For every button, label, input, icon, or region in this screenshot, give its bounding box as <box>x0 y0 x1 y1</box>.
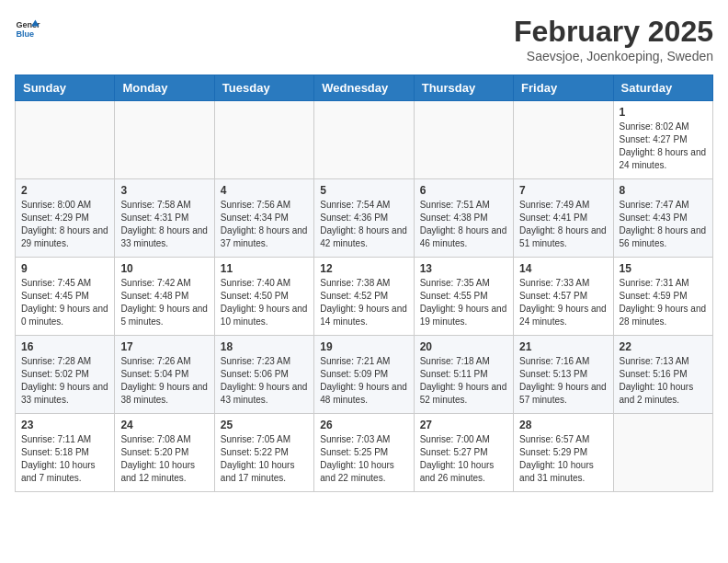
calendar-cell: 8Sunrise: 7:47 AM Sunset: 4:43 PM Daylig… <box>613 179 712 258</box>
calendar-cell: 25Sunrise: 7:05 AM Sunset: 5:22 PM Dayli… <box>214 414 313 492</box>
calendar-cell: 12Sunrise: 7:38 AM Sunset: 4:52 PM Dayli… <box>314 258 414 336</box>
day-number: 19 <box>320 340 407 353</box>
calendar-cell: 4Sunrise: 7:56 AM Sunset: 4:34 PM Daylig… <box>214 179 313 258</box>
day-info: Sunrise: 7:26 AM Sunset: 5:04 PM Dayligh… <box>120 355 208 407</box>
day-number: 26 <box>320 419 407 431</box>
day-info: Sunrise: 6:57 AM Sunset: 5:29 PM Dayligh… <box>519 433 607 485</box>
calendar-cell <box>115 101 214 179</box>
page-header: General Blue February 2025 Saevsjoe, Joe… <box>15 15 713 63</box>
day-info: Sunrise: 7:28 AM Sunset: 5:02 PM Dayligh… <box>21 355 108 407</box>
day-number: 23 <box>21 419 108 431</box>
calendar-cell: 16Sunrise: 7:28 AM Sunset: 5:02 PM Dayli… <box>16 336 115 414</box>
day-number: 17 <box>120 340 208 353</box>
day-info: Sunrise: 7:49 AM Sunset: 4:41 PM Dayligh… <box>519 199 607 250</box>
day-number: 7 <box>519 184 607 197</box>
calendar-cell: 10Sunrise: 7:42 AM Sunset: 4:48 PM Dayli… <box>115 258 214 336</box>
day-info: Sunrise: 7:16 AM Sunset: 5:13 PM Dayligh… <box>519 355 607 407</box>
calendar-cell: 21Sunrise: 7:16 AM Sunset: 5:13 PM Dayli… <box>514 336 613 414</box>
header-wednesday: Wednesday <box>314 75 414 101</box>
day-info: Sunrise: 7:18 AM Sunset: 5:11 PM Dayligh… <box>420 355 507 407</box>
calendar-cell: 22Sunrise: 7:13 AM Sunset: 5:16 PM Dayli… <box>613 336 712 414</box>
day-info: Sunrise: 7:00 AM Sunset: 5:27 PM Dayligh… <box>420 433 507 485</box>
day-number: 10 <box>120 262 208 275</box>
day-number: 3 <box>120 184 208 197</box>
svg-text:Blue: Blue <box>16 29 34 39</box>
calendar-cell: 19Sunrise: 7:21 AM Sunset: 5:09 PM Dayli… <box>314 336 414 414</box>
logo: General Blue <box>15 15 40 40</box>
header-saturday: Saturday <box>613 75 712 101</box>
week-row-1: 1Sunrise: 8:02 AM Sunset: 4:27 PM Daylig… <box>16 101 713 179</box>
header-thursday: Thursday <box>414 75 513 101</box>
day-info: Sunrise: 7:58 AM Sunset: 4:31 PM Dayligh… <box>120 199 208 250</box>
day-info: Sunrise: 7:31 AM Sunset: 4:59 PM Dayligh… <box>620 277 707 328</box>
calendar-cell: 14Sunrise: 7:33 AM Sunset: 4:57 PM Dayli… <box>514 258 613 336</box>
header-monday: Monday <box>115 75 214 101</box>
day-number: 24 <box>120 419 208 431</box>
day-number: 27 <box>420 419 507 431</box>
day-number: 11 <box>221 262 308 275</box>
day-number: 28 <box>519 419 607 431</box>
calendar-cell: 7Sunrise: 7:49 AM Sunset: 4:41 PM Daylig… <box>514 179 613 258</box>
day-number: 2 <box>21 184 108 197</box>
day-info: Sunrise: 7:13 AM Sunset: 5:16 PM Dayligh… <box>620 355 707 407</box>
calendar-cell <box>414 101 513 179</box>
title-area: February 2025 Saevsjoe, Joenkoeping, Swe… <box>514 15 713 63</box>
day-info: Sunrise: 8:00 AM Sunset: 4:29 PM Dayligh… <box>21 199 108 250</box>
calendar-title: February 2025 <box>514 15 713 49</box>
day-number: 4 <box>221 184 308 197</box>
weekday-header-row: Sunday Monday Tuesday Wednesday Thursday… <box>16 75 713 101</box>
calendar-cell: 1Sunrise: 8:02 AM Sunset: 4:27 PM Daylig… <box>613 101 712 179</box>
calendar-cell <box>514 101 613 179</box>
day-number: 15 <box>620 262 707 275</box>
week-row-3: 9Sunrise: 7:45 AM Sunset: 4:45 PM Daylig… <box>16 258 713 336</box>
calendar-cell: 27Sunrise: 7:00 AM Sunset: 5:27 PM Dayli… <box>414 414 513 492</box>
day-info: Sunrise: 7:56 AM Sunset: 4:34 PM Dayligh… <box>221 199 308 250</box>
calendar-cell: 5Sunrise: 7:54 AM Sunset: 4:36 PM Daylig… <box>314 179 414 258</box>
day-info: Sunrise: 7:23 AM Sunset: 5:06 PM Dayligh… <box>221 355 308 407</box>
header-tuesday: Tuesday <box>214 75 313 101</box>
day-info: Sunrise: 7:42 AM Sunset: 4:48 PM Dayligh… <box>120 277 208 328</box>
day-number: 5 <box>320 184 407 197</box>
day-info: Sunrise: 7:08 AM Sunset: 5:20 PM Dayligh… <box>120 433 208 485</box>
day-number: 12 <box>320 262 407 275</box>
day-info: Sunrise: 7:51 AM Sunset: 4:38 PM Dayligh… <box>420 199 507 250</box>
calendar-cell: 2Sunrise: 8:00 AM Sunset: 4:29 PM Daylig… <box>16 179 115 258</box>
calendar-cell <box>314 101 414 179</box>
calendar-cell <box>214 101 313 179</box>
calendar-cell: 20Sunrise: 7:18 AM Sunset: 5:11 PM Dayli… <box>414 336 513 414</box>
day-info: Sunrise: 7:03 AM Sunset: 5:25 PM Dayligh… <box>320 433 407 485</box>
day-info: Sunrise: 7:38 AM Sunset: 4:52 PM Dayligh… <box>320 277 407 328</box>
day-number: 1 <box>620 106 707 119</box>
day-number: 16 <box>21 340 108 353</box>
week-row-5: 23Sunrise: 7:11 AM Sunset: 5:18 PM Dayli… <box>16 414 713 492</box>
calendar-cell <box>16 101 115 179</box>
calendar-cell: 15Sunrise: 7:31 AM Sunset: 4:59 PM Dayli… <box>613 258 712 336</box>
calendar-cell: 11Sunrise: 7:40 AM Sunset: 4:50 PM Dayli… <box>214 258 313 336</box>
day-number: 8 <box>620 184 707 197</box>
header-friday: Friday <box>514 75 613 101</box>
calendar-cell: 9Sunrise: 7:45 AM Sunset: 4:45 PM Daylig… <box>16 258 115 336</box>
day-info: Sunrise: 7:47 AM Sunset: 4:43 PM Dayligh… <box>620 199 707 250</box>
day-number: 13 <box>420 262 507 275</box>
day-info: Sunrise: 7:05 AM Sunset: 5:22 PM Dayligh… <box>221 433 308 485</box>
day-info: Sunrise: 7:35 AM Sunset: 4:55 PM Dayligh… <box>420 277 507 328</box>
calendar-cell: 23Sunrise: 7:11 AM Sunset: 5:18 PM Dayli… <box>16 414 115 492</box>
day-info: Sunrise: 7:33 AM Sunset: 4:57 PM Dayligh… <box>519 277 607 328</box>
day-info: Sunrise: 7:54 AM Sunset: 4:36 PM Dayligh… <box>320 199 407 250</box>
day-info: Sunrise: 7:45 AM Sunset: 4:45 PM Dayligh… <box>21 277 108 328</box>
calendar-subtitle: Saevsjoe, Joenkoeping, Sweden <box>514 49 713 63</box>
logo-icon: General Blue <box>15 15 40 40</box>
day-number: 20 <box>420 340 507 353</box>
calendar-cell: 24Sunrise: 7:08 AM Sunset: 5:20 PM Dayli… <box>115 414 214 492</box>
day-info: Sunrise: 7:40 AM Sunset: 4:50 PM Dayligh… <box>221 277 308 328</box>
week-row-4: 16Sunrise: 7:28 AM Sunset: 5:02 PM Dayli… <box>16 336 713 414</box>
week-row-2: 2Sunrise: 8:00 AM Sunset: 4:29 PM Daylig… <box>16 179 713 258</box>
day-number: 9 <box>21 262 108 275</box>
calendar-cell: 28Sunrise: 6:57 AM Sunset: 5:29 PM Dayli… <box>514 414 613 492</box>
calendar-cell: 13Sunrise: 7:35 AM Sunset: 4:55 PM Dayli… <box>414 258 513 336</box>
day-number: 21 <box>519 340 607 353</box>
calendar-cell: 3Sunrise: 7:58 AM Sunset: 4:31 PM Daylig… <box>115 179 214 258</box>
day-info: Sunrise: 7:11 AM Sunset: 5:18 PM Dayligh… <box>21 433 108 485</box>
calendar-cell: 26Sunrise: 7:03 AM Sunset: 5:25 PM Dayli… <box>314 414 414 492</box>
day-number: 22 <box>620 340 707 353</box>
